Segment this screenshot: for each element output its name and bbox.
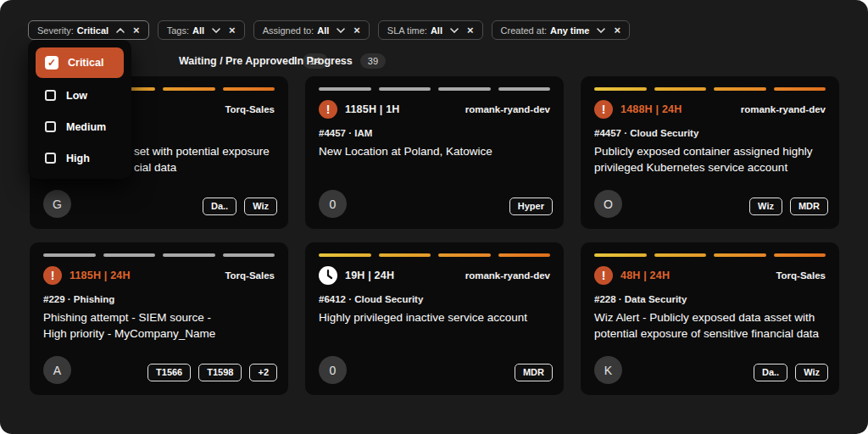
sla-progress-bar — [319, 253, 550, 257]
filter-label: SLA time: — [387, 25, 427, 36]
filter-label: Severity: — [37, 25, 74, 36]
severity-option-medium[interactable]: Medium — [36, 111, 124, 142]
sla-progress-bar — [594, 87, 826, 91]
column-label: Waiting / Pre Approved — [179, 55, 295, 67]
filter-chip-created-at[interactable]: Created at: Any time × — [492, 20, 630, 40]
ticket-id-category: #4457 · Cloud Security — [594, 128, 698, 138]
tag-chip: Da.. — [203, 198, 236, 215]
filter-chip-sla-time[interactable]: SLA time: All × — [378, 20, 483, 40]
tag-chip-more: +2 — [249, 364, 277, 381]
assignee-avatar: 0 — [319, 190, 347, 218]
tag-chip: T1598 — [198, 364, 242, 381]
filter-value: Any time — [550, 25, 589, 36]
close-icon[interactable]: × — [229, 25, 236, 36]
tag-list: T1566 T1598 +2 — [147, 364, 277, 381]
tag-chip: Hyper — [509, 198, 553, 215]
severity-dropdown: ✓ Critical Low Medium High — [28, 40, 131, 179]
ticket-id-category: #229 · Phishing — [43, 294, 114, 304]
filter-label: Tags: — [167, 25, 189, 36]
sla-progress-bar — [319, 87, 550, 91]
ticket-id-category: #4457 · IAM — [319, 128, 372, 138]
checkbox-unchecked-icon[interactable] — [45, 121, 56, 132]
alert-icon: ! — [594, 266, 613, 285]
filter-value: All — [192, 25, 204, 36]
chevron-down-icon[interactable] — [450, 28, 459, 33]
sla-progress-bar — [43, 253, 275, 257]
tag-chip: MDR — [515, 364, 553, 381]
chevron-down-icon[interactable] — [337, 28, 345, 33]
assignee-avatar: K — [594, 356, 622, 384]
ticket-id-category: #228 · Data Security — [594, 294, 687, 304]
chevron-down-icon[interactable] — [212, 28, 220, 33]
option-label: Low — [66, 90, 87, 102]
filter-chip-tags[interactable]: Tags: All × — [158, 20, 245, 40]
board-screen: Severity: Critical × Tags: All × Assigne… — [0, 0, 868, 434]
column-label: In Progress — [294, 55, 353, 67]
count-badge: 39 — [360, 53, 386, 69]
checkbox-checked-icon[interactable]: ✓ — [45, 56, 58, 70]
ticket-title: New Location at Poland, Katowice — [319, 143, 554, 159]
sla-time: 1185H | 1H — [345, 103, 400, 115]
tag-list: Hyper — [509, 198, 553, 215]
checkbox-unchecked-icon[interactable] — [45, 153, 56, 164]
workspace-name: romank-ryand-dev — [741, 104, 826, 114]
ticket-id-category: #6412 · Cloud Security — [319, 294, 423, 304]
chevron-down-icon[interactable] — [597, 28, 605, 33]
filter-chip-severity[interactable]: Severity: Critical × — [28, 20, 149, 40]
tag-list: Wiz MDR — [749, 198, 828, 215]
sla-time: 1488H | 24H — [620, 103, 682, 115]
chevron-up-icon[interactable] — [116, 28, 125, 33]
assignee-avatar: G — [43, 190, 71, 218]
ticket-card[interactable]: ! 1488H | 24H romank-ryand-dev #4457 · C… — [581, 76, 839, 229]
close-icon[interactable]: × — [467, 25, 474, 36]
sla-time: 1185H | 24H — [70, 270, 131, 281]
filter-bar: Severity: Critical × Tags: All × Assigne… — [28, 20, 630, 40]
tag-chip: MDR — [790, 198, 828, 215]
workspace-name: Torq-Sales — [225, 104, 275, 114]
clock-icon — [319, 266, 337, 285]
severity-option-critical[interactable]: ✓ Critical — [36, 47, 124, 78]
filter-chip-assigned-to[interactable]: Assigned to: All × — [253, 20, 370, 40]
ticket-title: Publicly exposed container assigned high… — [594, 143, 829, 175]
ticket-card[interactable]: ! 1185H | 24H Torq-Sales #229 · Phishing… — [30, 242, 288, 395]
filter-label: Assigned to: — [263, 25, 314, 36]
alert-icon: ! — [319, 100, 337, 119]
assignee-avatar: A — [43, 356, 71, 384]
ticket-card[interactable]: ! 48H | 24H Torq-Sales #228 · Data Secur… — [581, 242, 839, 395]
option-label: High — [66, 153, 90, 164]
filter-value: Critical — [77, 25, 108, 36]
close-icon[interactable]: × — [353, 25, 360, 36]
workspace-name: Torq-Sales — [225, 270, 275, 281]
tag-chip: Wiz — [795, 364, 828, 381]
filter-value: All — [317, 25, 329, 36]
sla-time: 48H | 24H — [620, 270, 670, 281]
filter-value: All — [431, 25, 442, 36]
tag-list: Da.. Wiz — [754, 364, 828, 381]
tag-chip: Da.. — [754, 364, 787, 381]
workspace-name: romank-ryand-dev — [465, 104, 550, 114]
tag-list: Da.. Wiz — [203, 198, 277, 215]
tag-chip: T1566 — [147, 364, 191, 381]
alert-icon: ! — [43, 266, 62, 285]
filter-label: Created at: — [501, 25, 547, 36]
ticket-card[interactable]: 19H | 24H romank-ryand-dev #6412 · Cloud… — [305, 242, 564, 395]
assignee-avatar: O — [594, 190, 622, 218]
tag-chip: Wiz — [749, 198, 782, 215]
workspace-name: Torq-Sales — [776, 270, 826, 281]
option-label: Medium — [66, 121, 106, 133]
severity-option-high[interactable]: High — [36, 142, 124, 174]
close-icon[interactable]: × — [614, 25, 620, 36]
ticket-card[interactable]: ! 1185H | 1H romank-ryand-dev #4457 · IA… — [305, 76, 564, 229]
tag-list: MDR — [515, 364, 553, 381]
assignee-avatar: 0 — [319, 356, 347, 384]
sla-time: 19H | 24H — [345, 270, 394, 281]
option-label: Critical — [68, 57, 103, 69]
alert-icon: ! — [594, 100, 613, 119]
close-icon[interactable]: × — [133, 25, 140, 36]
column-header-in-progress: In Progress 39 — [294, 53, 386, 69]
ticket-title: Wiz Alert - Publicly exposed data asset … — [594, 309, 829, 342]
severity-option-low[interactable]: Low — [36, 80, 124, 111]
workspace-name: romank-ryand-dev — [465, 270, 550, 281]
ticket-title: Highly privileged inactive service accou… — [319, 309, 554, 326]
checkbox-unchecked-icon[interactable] — [45, 90, 56, 101]
